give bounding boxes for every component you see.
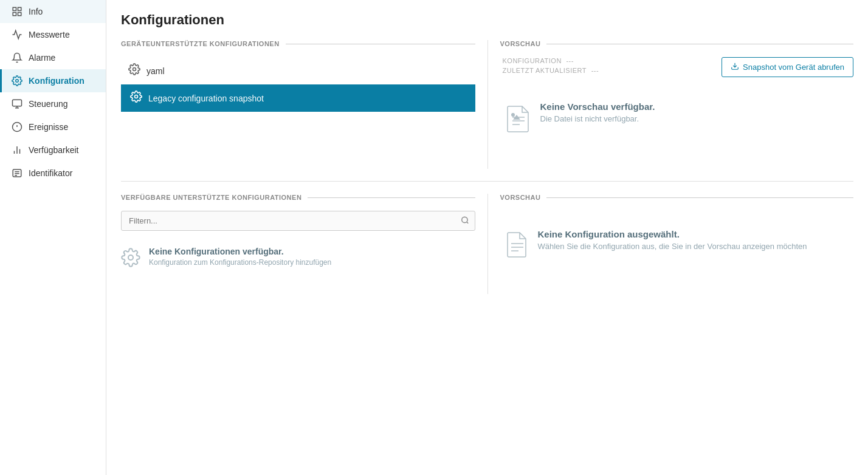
available-config-label: VERFÜGBARE UNTERSTÜTZTE KONFIGURATIONEN [121,194,301,201]
events-icon [12,121,22,132]
no-selection-desc: Wählen Sie die Konfiguration aus, die Si… [538,242,807,251]
svg-point-19 [135,95,138,98]
config-item-label: Legacy configuration snapshot [148,94,264,103]
snapshot-btn-label: Snapshot vom Gerät abrufen [743,63,844,72]
available-config-section: VERFÜGBARE UNTERSTÜTZTE KONFIGURATIONEN [121,194,487,294]
sidebar-item-label: Steuerung [29,99,68,109]
svg-rect-1 [18,7,21,10]
sidebar-item-konfiguration[interactable]: Konfiguration [0,69,106,92]
no-selection-title: Keine Konfiguration ausgewählt. [538,229,807,239]
svg-rect-2 [13,13,16,16]
config-item-label: yaml [146,66,165,76]
sidebar-item-label: Identifikator [29,168,72,178]
sidebar-item-messwerte[interactable]: Messwerte [0,23,106,46]
page-title: Konfigurationen [121,12,853,28]
svg-rect-5 [13,100,22,106]
bottom-grid: VERFÜGBARE UNTERSTÜTZTE KONFIGURATIONEN [121,194,853,294]
config-item-legacy[interactable]: Legacy configuration snapshot [121,84,475,112]
top-grid: GERÄTEUNTERSTÜTZTE KONFIGURATIONEN yaml [121,40,853,169]
no-config-title: Keine Konfigurationen verfügbar. [149,247,331,256]
preview-top-line [546,44,853,44]
svg-point-27 [128,255,133,260]
preview-empty-row: Keine Vorschau verfügbar. Die Datei ist … [506,101,655,138]
preview-empty-text: Keine Vorschau verfügbar. Die Datei ist … [540,101,655,123]
no-preview-icon [506,104,531,138]
preview-top-label: VORSCHAU [500,40,541,47]
sidebar-item-identifikator[interactable]: Identifikator [0,162,106,185]
preview-bottom-empty: Keine Konfiguration ausgewählt. Wählen S… [500,211,854,282]
section-divider [121,181,853,182]
snapshot-button[interactable]: Snapshot vom Gerät abrufen [722,57,853,77]
preview-empty-text-bottom: Keine Konfiguration ausgewählt. Wählen S… [538,229,807,251]
svg-point-24 [511,113,515,117]
sidebar-item-label: Messwerte [29,30,70,39]
device-config-line [286,44,475,44]
preview-bottom-line [546,197,853,198]
control-icon [12,98,22,109]
sidebar-item-verfuegbarkeit[interactable]: Verfügbarkeit [0,138,106,162]
svg-rect-0 [13,7,16,10]
download-icon [731,62,739,72]
sidebar-item-label: Konfiguration [29,76,84,86]
preview-empty-desc: Die Datei ist nicht verfügbar. [540,114,655,123]
svg-point-18 [133,68,136,71]
zuletzt-label: ZULETZT AKTUALISIERT [503,67,587,74]
device-config-label: GERÄTEUNTERSTÜTZTE KONFIGURATIONEN [121,40,280,47]
no-selection-icon [506,231,528,264]
zuletzt-meta: ZULETZT AKTUALISIERT --- [500,67,599,74]
sidebar-item-label: Ereignisse [29,122,68,132]
sidebar-item-label: Alarme [29,53,55,63]
sidebar-item-label: Info [29,7,43,16]
device-config-header: GERÄTEUNTERSTÜTZTE KONFIGURATIONEN [121,40,475,47]
preview-bottom-section: VORSCHAU Keine Konfig [487,194,854,294]
filter-container [121,211,475,231]
preview-meta-info: KONFIGURATION --- ZULETZT AKTUALISIERT -… [500,57,599,77]
preview-bottom-header: VORSCHAU [500,194,854,201]
preview-bottom-label: VORSCHAU [500,194,541,201]
konfiguration-value: --- [566,57,574,64]
device-config-section: GERÄTEUNTERSTÜTZTE KONFIGURATIONEN yaml [121,40,487,169]
bar-icon [12,145,22,155]
no-config-desc: Konfiguration zum Konfigurations-Reposit… [149,258,331,267]
preview-empty-title: Keine Vorschau verfügbar. [540,101,655,112]
preview-top-section: VORSCHAU KONFIGURATION --- ZULETZT AKTUA… [487,40,854,169]
konfiguration-label: KONFIGURATION [503,57,562,64]
svg-point-4 [16,80,19,83]
zuletzt-value: --- [591,67,599,74]
preview-empty-row-bottom: Keine Konfiguration ausgewählt. Wählen S… [506,229,807,264]
preview-top-header: VORSCHAU [500,40,854,47]
bell-icon [12,52,22,63]
gear-icon [128,63,140,78]
available-config-line [308,197,475,198]
no-config-text: Keine Konfigurationen verfügbar. Konfigu… [149,247,331,267]
config-item-yaml[interactable]: yaml [121,57,475,84]
sidebar: Info Messwerte Alarme Konfiguration [0,0,106,475]
available-config-header: VERFÜGBARE UNTERSTÜTZTE KONFIGURATIONEN [121,194,475,201]
konfiguration-meta: KONFIGURATION --- [500,57,599,64]
no-config-icon [121,248,140,272]
sidebar-item-label: Verfügbarkeit [29,145,79,155]
grid-icon [12,6,22,17]
sidebar-item-ereignisse[interactable]: Ereignisse [0,115,106,138]
preview-meta-row: KONFIGURATION --- ZULETZT AKTUALISIERT -… [500,57,854,77]
chart-icon [12,29,22,40]
main-content: Konfigurationen GERÄTEUNTERSTÜTZTE KONFI… [106,0,868,475]
gear-icon-legacy [130,91,142,106]
sidebar-item-info[interactable]: Info [0,0,106,23]
sidebar-item-steuerung[interactable]: Steuerung [0,92,106,115]
config-icon [12,75,22,86]
id-icon [12,168,22,179]
sidebar-item-alarme[interactable]: Alarme [0,46,106,69]
svg-rect-3 [18,13,21,16]
preview-top-empty: Keine Vorschau verfügbar. Die Datei ist … [500,83,854,157]
filter-input[interactable] [121,211,475,231]
no-config-container: Keine Konfigurationen verfügbar. Konfigu… [121,241,475,278]
